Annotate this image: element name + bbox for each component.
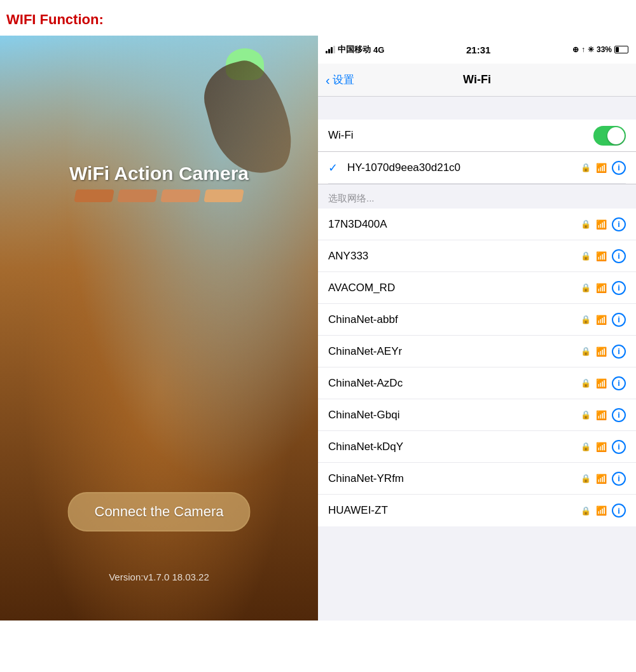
wifi-signal-icon: 📶 [596,378,607,388]
bar-3 [331,47,333,53]
wifi-toggle-switch[interactable] [593,126,626,146]
network-icons: 🔒 📶 i [581,249,626,263]
nav-bar: ‹ 设置 Wi-Fi [318,64,636,97]
network-name: ChinaNet-Gbqi [328,409,581,422]
network-row[interactable]: ChinaNet-Gbqi 🔒 📶 i [318,399,636,431]
wifi-signal-icon: 📶 [596,410,607,420]
connect-camera-button[interactable]: Connect the Camera [68,492,251,531]
arrow-icon: ↑ [581,45,585,54]
network-row[interactable]: HUAWEI-ZT 🔒 📶 i [318,495,636,526]
nav-title: Wi-Fi [463,73,491,86]
connected-network-icons: 🔒 📶 i [581,161,626,175]
toggle-knob [607,127,625,144]
app-title: WiFi Action Camera [38,163,280,184]
lock-icon: 🔒 [581,474,591,483]
network-list: 17N3D400A 🔒 📶 i ANY333 🔒 📶 i AVACOM_RD [318,209,636,526]
lock-icon: 🔒 [581,163,591,172]
network-name: HUAWEI-ZT [328,504,581,517]
info-button[interactable]: i [612,504,626,518]
network-icons: 🔒 📶 i [581,440,626,454]
deco-bar-2 [117,189,158,202]
network-name: ChinaNet-AzDc [328,377,581,390]
wifi-signal-icon: 📶 [596,474,607,484]
connected-checkmark-icon: ✓ [328,161,341,175]
wifi-header-title: WIFI Function: [6,11,104,27]
app-decorations [38,189,280,202]
info-button[interactable]: i [612,345,626,359]
version-text: Version:v1.7.0 18.03.22 [109,572,209,582]
back-chevron-icon: ‹ [326,74,330,86]
network-row[interactable]: AVACOM_RD 🔒 📶 i [318,272,636,304]
back-button[interactable]: ‹ 设置 [326,72,354,87]
network-row[interactable]: 17N3D400A 🔒 📶 i [318,209,636,240]
status-bar: 中国移动 4G 21:31 ⊕ ↑ ✳ 33% [318,36,636,64]
app-logo-area: WiFi Action Camera [38,163,280,202]
deco-bar-4 [204,189,244,202]
network-row[interactable]: ChinaNet-kDqY 🔒 📶 i [318,431,636,463]
info-button[interactable]: i [612,281,626,295]
wifi-settings-panel: 中国移动 4G 21:31 ⊕ ↑ ✳ 33% ‹ 设置 Wi-Fi [318,36,636,621]
network-row[interactable]: ChinaNet-abbf 🔒 📶 i [318,304,636,336]
network-row[interactable]: ANY333 🔒 📶 i [318,240,636,272]
network-type: 4G [373,45,384,55]
info-button[interactable]: i [612,161,626,175]
bluetooth-icon: ✳ [588,45,594,54]
wifi-toggle-label: Wi-Fi [328,129,354,142]
wifi-signal-icon: 📶 [596,251,607,261]
signal-bars [326,46,335,53]
info-button[interactable]: i [612,472,626,486]
section-gap-top [318,97,636,120]
network-name: AVACOM_RD [328,282,581,294]
wifi-header: WIFI Function: [0,0,636,36]
network-row[interactable]: ChinaNet-YRfm 🔒 📶 i [318,463,636,495]
network-name: 17N3D400A [328,218,581,231]
network-name: ChinaNet-abbf [328,313,581,326]
wifi-toggle-section: Wi-Fi [318,120,636,152]
wifi-signal-icon: 📶 [596,505,607,516]
network-row[interactable]: ChinaNet-AzDc 🔒 📶 i [318,367,636,399]
status-time: 21:31 [466,45,490,55]
info-button[interactable]: i [612,217,626,231]
lock-icon: 🔒 [581,346,591,356]
wifi-signal-icon: 📶 [596,442,607,452]
carrier-name: 中国移动 [338,44,371,55]
lock-icon: 🔒 [581,219,591,229]
network-icons: 🔒 📶 i [581,408,626,422]
networks-section-header: 选取网络... [318,184,636,209]
connected-network-row[interactable]: ✓ HY-1070d9eea30d21c0 🔒 📶 i [328,152,626,184]
network-name: ChinaNet-kDqY [328,441,581,453]
connected-network-name: HY-1070d9eea30d21c0 [347,161,574,174]
bar-1 [326,51,328,53]
bar-4 [333,46,335,53]
back-label: 设置 [333,72,354,87]
network-icons: 🔒 📶 i [581,472,626,486]
status-right: ⊕ ↑ ✳ 33% [572,45,628,54]
wifi-toggle-row: Wi-Fi [328,120,626,151]
lock-icon: 🔒 [581,283,591,292]
network-icons: 🔒 📶 i [581,504,626,518]
deco-bar-3 [160,189,201,202]
info-button[interactable]: i [612,313,626,327]
wifi-signal-icon: 📶 [596,283,607,293]
section-header-text: 选取网络... [328,193,375,205]
network-name: ANY333 [328,250,581,263]
main-content: WiFi Action Camera Connect the Camera Ve… [0,36,636,621]
lock-icon: 🔒 [581,506,591,516]
info-button[interactable]: i [612,249,626,263]
info-button[interactable]: i [612,376,626,390]
network-icons: 🔒 📶 i [581,217,626,231]
wifi-signal-icon: 📶 [596,219,607,230]
location-icon: ⊕ [572,45,579,54]
info-button[interactable]: i [612,440,626,454]
wifi-signal-icon: 📶 [596,163,607,173]
battery-percent: 33% [597,45,612,54]
network-row[interactable]: ChinaNet-AEYr 🔒 📶 i [318,336,636,367]
lock-icon: 🔒 [581,315,591,324]
deco-bar-1 [74,189,114,202]
network-name: ChinaNet-YRfm [328,472,581,485]
info-button[interactable]: i [612,408,626,422]
network-icons: 🔒 📶 i [581,313,626,327]
bar-2 [328,49,330,53]
connected-network-section: ✓ HY-1070d9eea30d21c0 🔒 📶 i [318,152,636,184]
battery-fill [616,47,619,52]
